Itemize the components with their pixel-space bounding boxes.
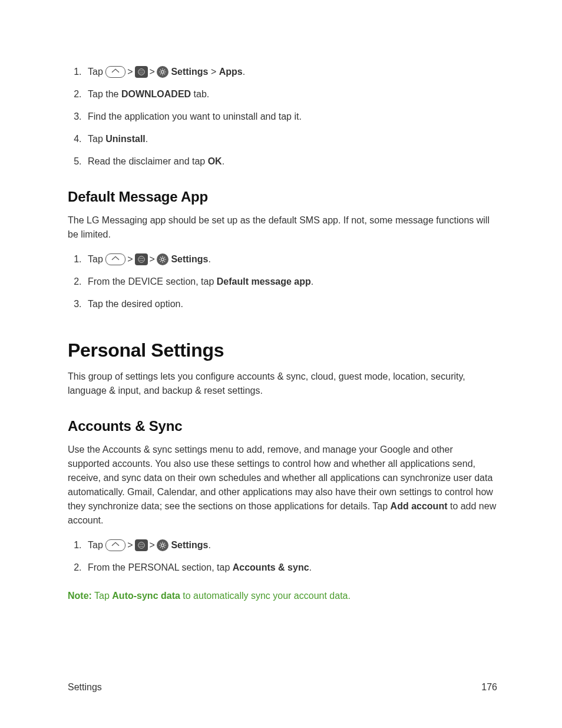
list-item: Tap the DOWNLOADED tab. bbox=[84, 87, 497, 101]
step-text: From the PERSONAL section, tap bbox=[88, 562, 233, 572]
svg-line-44 bbox=[160, 543, 161, 543]
svg-point-38 bbox=[142, 546, 143, 546]
step-text: . bbox=[146, 134, 148, 144]
svg-line-45 bbox=[164, 547, 165, 548]
svg-point-33 bbox=[140, 543, 140, 544]
svg-point-6 bbox=[142, 73, 143, 73]
period: . bbox=[243, 67, 245, 77]
settings-label: Settings bbox=[171, 254, 208, 264]
gear-icon bbox=[157, 539, 168, 551]
apps-icon bbox=[135, 253, 148, 265]
step-text: Find the application you want to uninsta… bbox=[88, 111, 302, 121]
svg-point-20 bbox=[140, 260, 140, 261]
home-icon bbox=[105, 66, 125, 78]
step-text: Tap bbox=[88, 67, 105, 77]
period: . bbox=[209, 254, 211, 264]
svg-point-2 bbox=[141, 70, 141, 71]
settings-label: Settings bbox=[171, 540, 208, 550]
separator: > bbox=[127, 67, 133, 77]
separator: > bbox=[127, 540, 133, 550]
svg-point-17 bbox=[140, 258, 140, 258]
settings-label: Settings bbox=[171, 67, 208, 77]
separator: > bbox=[150, 540, 155, 550]
step-text: Tap bbox=[88, 134, 105, 144]
auto-sync-label: Auto-sync data bbox=[112, 591, 180, 601]
svg-point-5 bbox=[141, 73, 141, 73]
svg-line-15 bbox=[164, 70, 165, 70]
default-message-intro: The LG Messaging app should be set up as… bbox=[68, 213, 497, 242]
list-item: Tap the desired option. bbox=[84, 297, 497, 311]
default-message-steps-list: Tap >> Settings. From the DEVICE section… bbox=[68, 252, 497, 311]
page-footer: Settings 176 bbox=[68, 682, 497, 693]
period: . bbox=[209, 540, 211, 550]
svg-line-47 bbox=[164, 543, 165, 543]
separator: > bbox=[150, 254, 155, 264]
svg-point-32 bbox=[138, 542, 144, 549]
list-item: From the PERSONAL section, tap Accounts … bbox=[84, 561, 497, 575]
list-item: Find the application you want to uninsta… bbox=[84, 110, 497, 124]
home-icon bbox=[105, 253, 125, 265]
svg-line-28 bbox=[160, 257, 161, 258]
step-text: Tap the desired option. bbox=[88, 299, 183, 309]
separator: > bbox=[150, 67, 155, 77]
accounts-sync-label: Accounts & sync bbox=[233, 562, 309, 572]
personal-settings-intro: This group of settings lets you configur… bbox=[68, 370, 497, 398]
default-message-app-label: Default message app bbox=[217, 276, 311, 286]
svg-line-30 bbox=[160, 261, 161, 262]
list-item: Tap Uninstall. bbox=[84, 132, 497, 146]
svg-point-18 bbox=[141, 258, 141, 258]
uninstall-steps-list: Tap >> Settings > Apps. Tap the DOWNLOAD… bbox=[68, 65, 497, 169]
svg-point-37 bbox=[141, 546, 141, 546]
svg-line-29 bbox=[164, 261, 165, 262]
step-text: Tap bbox=[88, 540, 105, 550]
gear-icon bbox=[157, 66, 168, 78]
svg-point-22 bbox=[142, 260, 143, 261]
svg-point-35 bbox=[142, 543, 143, 544]
note-text: to automatically sync your account data. bbox=[180, 591, 351, 601]
downloaded-label: DOWNLOADED bbox=[121, 89, 191, 99]
uninstall-label: Uninstall bbox=[105, 134, 146, 144]
svg-point-23 bbox=[161, 258, 164, 261]
svg-point-3 bbox=[142, 70, 143, 71]
svg-line-46 bbox=[160, 547, 161, 548]
svg-point-19 bbox=[142, 258, 143, 258]
svg-point-21 bbox=[141, 260, 141, 261]
home-icon bbox=[105, 539, 125, 551]
note-label: Note: bbox=[68, 591, 92, 601]
document-page: Tap >> Settings > Apps. Tap the DOWNLOAD… bbox=[0, 0, 562, 603]
apps-icon bbox=[135, 66, 148, 78]
accounts-sync-heading: Accounts & Sync bbox=[68, 418, 497, 434]
list-item: Tap >> Settings > Apps. bbox=[84, 65, 497, 79]
apps-icon bbox=[135, 539, 148, 551]
step-text: . bbox=[311, 276, 313, 286]
separator: > bbox=[211, 67, 216, 77]
apps-label: Apps bbox=[219, 67, 243, 77]
gear-icon bbox=[157, 253, 168, 265]
default-message-heading: Default Message App bbox=[68, 189, 497, 205]
svg-point-34 bbox=[141, 543, 141, 544]
step-text: Tap the bbox=[88, 89, 121, 99]
step-text: Tap bbox=[88, 254, 105, 264]
list-item: Tap >> Settings. bbox=[84, 252, 497, 266]
svg-point-1 bbox=[140, 70, 140, 71]
ok-label: OK bbox=[208, 156, 222, 166]
svg-line-31 bbox=[164, 257, 165, 258]
step-text: tab. bbox=[191, 89, 209, 99]
accounts-sync-steps-list: Tap >> Settings. From the PERSONAL secti… bbox=[68, 538, 497, 575]
svg-point-4 bbox=[140, 73, 140, 73]
note-text: Tap bbox=[92, 591, 112, 601]
step-text: . bbox=[309, 562, 312, 572]
note-text: Note: Tap Auto-sync data to automaticall… bbox=[68, 589, 497, 603]
svg-point-36 bbox=[140, 546, 140, 546]
svg-point-16 bbox=[138, 256, 144, 263]
footer-section: Settings bbox=[68, 682, 102, 693]
footer-page-number: 176 bbox=[481, 682, 497, 693]
step-text: . bbox=[222, 156, 224, 166]
separator: > bbox=[127, 254, 133, 264]
svg-line-13 bbox=[164, 74, 165, 74]
accounts-sync-intro: Use the Accounts & sync settings menu to… bbox=[68, 443, 497, 528]
svg-point-0 bbox=[138, 69, 144, 75]
svg-point-7 bbox=[161, 70, 164, 73]
list-item: From the DEVICE section, tap Default mes… bbox=[84, 275, 497, 289]
svg-point-39 bbox=[161, 543, 164, 546]
